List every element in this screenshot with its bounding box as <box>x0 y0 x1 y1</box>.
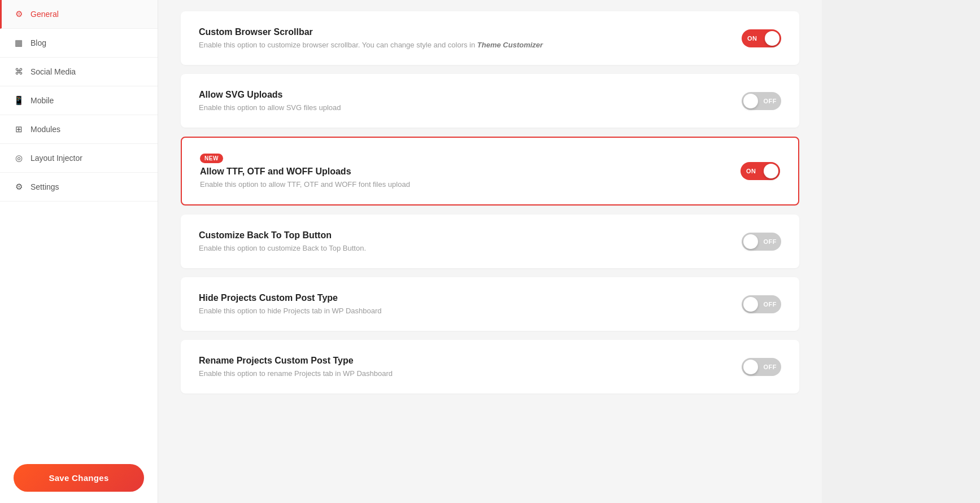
toggle-wrap-rename-projects-custom-post: OFF <box>742 358 781 376</box>
mobile-icon: 📱 <box>14 95 24 106</box>
toggle-knob-allow-ttf-otf-woff <box>764 164 778 178</box>
setting-title-text-allow-ttf-otf-woff: Allow TTF, OTF and WOFF Uploads <box>200 167 351 177</box>
sidebar: ⚙General▦Blog⌘Social Media📱Mobile⊞Module… <box>0 0 158 503</box>
toggle-rename-projects-custom-post[interactable]: OFF <box>742 358 781 376</box>
toggle-hide-projects-custom-post[interactable]: OFF <box>742 295 781 313</box>
toggle-knob-custom-browser-scrollbar <box>765 31 779 46</box>
toggle-label-hide-projects-custom-post: OFF <box>764 301 777 308</box>
toggle-wrap-hide-projects-custom-post: OFF <box>742 295 781 313</box>
modules-icon: ⊞ <box>14 124 24 134</box>
main-content: Custom Browser ScrollbarEnable this opti… <box>158 0 822 503</box>
setting-title-rename-projects-custom-post: Rename Projects Custom Post Type <box>199 356 393 366</box>
setting-desc-hide-projects-custom-post: Enable this option to hide Projects tab … <box>199 307 382 315</box>
settings-icon: ⚙ <box>14 182 24 192</box>
sidebar-item-layout-injector[interactable]: ◎Layout Injector <box>0 144 158 173</box>
toggle-customize-back-to-top[interactable]: OFF <box>742 233 781 251</box>
toggle-label-allow-svg-uploads: OFF <box>764 98 777 104</box>
setting-title-custom-browser-scrollbar: Custom Browser Scrollbar <box>199 27 543 37</box>
toggle-wrap-customize-back-to-top: OFF <box>742 233 781 251</box>
toggle-knob-rename-projects-custom-post <box>743 360 758 374</box>
setting-card-hide-projects-custom-post: Hide Projects Custom Post TypeEnable thi… <box>181 277 799 331</box>
sidebar-item-label-general: General <box>31 10 59 19</box>
setting-desc-allow-ttf-otf-woff: Enable this option to allow TTF, OTF and… <box>200 180 410 189</box>
blog-icon: ▦ <box>14 38 24 48</box>
setting-title-allow-ttf-otf-woff: NEWAllow TTF, OTF and WOFF Uploads <box>200 154 410 177</box>
save-changes-button[interactable]: Save Changes <box>14 464 144 492</box>
setting-text-custom-browser-scrollbar: Custom Browser ScrollbarEnable this opti… <box>199 27 543 49</box>
setting-desc-customize-back-to-top: Enable this option to customize Back to … <box>199 244 366 252</box>
sidebar-item-label-social-media: Social Media <box>31 67 76 76</box>
setting-title-allow-svg-uploads: Allow SVG Uploads <box>199 90 341 100</box>
setting-card-customize-back-to-top: Customize Back To Top ButtonEnable this … <box>181 215 799 268</box>
social-media-icon: ⌘ <box>14 67 24 77</box>
general-icon: ⚙ <box>14 9 24 19</box>
toggle-allow-svg-uploads[interactable]: OFF <box>742 92 781 110</box>
sidebar-item-social-media[interactable]: ⌘Social Media <box>0 58 158 86</box>
toggle-allow-ttf-otf-woff[interactable]: ON <box>741 162 780 180</box>
setting-title-hide-projects-custom-post: Hide Projects Custom Post Type <box>199 293 382 303</box>
sidebar-item-label-layout-injector: Layout Injector <box>31 154 82 163</box>
setting-desc-custom-browser-scrollbar: Enable this option to customize browser … <box>199 41 543 49</box>
toggle-label-customize-back-to-top: OFF <box>764 238 777 245</box>
toggle-label-rename-projects-custom-post: OFF <box>764 364 777 370</box>
setting-desc-link-custom-browser-scrollbar[interactable]: Theme Customizer <box>477 41 543 49</box>
sidebar-item-general[interactable]: ⚙General <box>0 0 158 29</box>
toggle-knob-customize-back-to-top <box>743 234 758 249</box>
save-button-wrapper: Save Changes <box>0 453 158 503</box>
setting-text-rename-projects-custom-post: Rename Projects Custom Post TypeEnable t… <box>199 356 393 378</box>
toggle-wrap-custom-browser-scrollbar: ON <box>742 29 781 47</box>
right-panel <box>822 0 980 503</box>
setting-desc-allow-svg-uploads: Enable this option to allow SVG files up… <box>199 103 341 112</box>
sidebar-item-label-settings: Settings <box>31 182 59 191</box>
setting-card-allow-ttf-otf-woff: NEWAllow TTF, OTF and WOFF UploadsEnable… <box>181 137 799 205</box>
setting-card-allow-svg-uploads: Allow SVG UploadsEnable this option to a… <box>181 74 799 128</box>
setting-desc-rename-projects-custom-post: Enable this option to rename Projects ta… <box>199 369 393 378</box>
sidebar-item-modules[interactable]: ⊞Modules <box>0 115 158 144</box>
setting-card-custom-browser-scrollbar: Custom Browser ScrollbarEnable this opti… <box>181 11 799 65</box>
sidebar-item-label-mobile: Mobile <box>31 96 54 105</box>
sidebar-item-blog[interactable]: ▦Blog <box>0 29 158 58</box>
layout-injector-icon: ◎ <box>14 153 24 163</box>
toggle-knob-hide-projects-custom-post <box>743 297 758 312</box>
setting-text-customize-back-to-top: Customize Back To Top ButtonEnable this … <box>199 230 366 252</box>
toggle-label-custom-browser-scrollbar: ON <box>747 35 757 42</box>
toggle-label-allow-ttf-otf-woff: ON <box>746 168 756 174</box>
setting-text-hide-projects-custom-post: Hide Projects Custom Post TypeEnable thi… <box>199 293 382 315</box>
new-badge: NEW <box>200 154 223 163</box>
toggle-wrap-allow-ttf-otf-woff: ON <box>741 162 780 180</box>
setting-text-allow-svg-uploads: Allow SVG UploadsEnable this option to a… <box>199 90 341 112</box>
toggle-custom-browser-scrollbar[interactable]: ON <box>742 29 781 47</box>
sidebar-item-label-blog: Blog <box>31 38 46 47</box>
setting-card-rename-projects-custom-post: Rename Projects Custom Post TypeEnable t… <box>181 340 799 393</box>
sidebar-item-settings[interactable]: ⚙Settings <box>0 173 158 202</box>
toggle-knob-allow-svg-uploads <box>743 94 758 108</box>
setting-text-allow-ttf-otf-woff: NEWAllow TTF, OTF and WOFF UploadsEnable… <box>200 154 410 189</box>
sidebar-item-mobile[interactable]: 📱Mobile <box>0 86 158 115</box>
toggle-wrap-allow-svg-uploads: OFF <box>742 92 781 110</box>
sidebar-item-label-modules: Modules <box>31 125 60 134</box>
setting-title-customize-back-to-top: Customize Back To Top Button <box>199 230 366 240</box>
